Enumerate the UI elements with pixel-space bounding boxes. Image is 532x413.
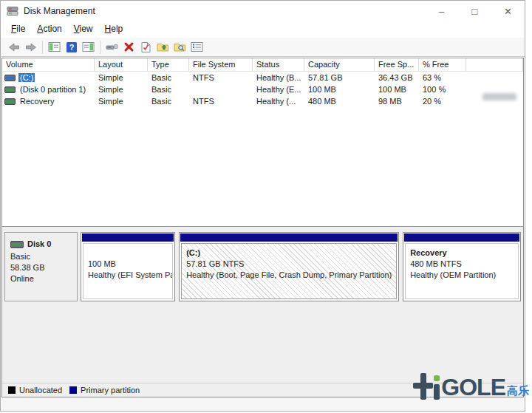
window-title: Disk Management xyxy=(24,6,95,16)
disk-name: Disk 0 xyxy=(27,239,51,250)
help-icon[interactable]: ? xyxy=(63,39,80,55)
toolbar-separator xyxy=(42,41,43,54)
back-icon[interactable] xyxy=(5,39,22,55)
disk-management-app-icon xyxy=(7,6,18,16)
partition-name: Recovery xyxy=(410,248,514,259)
menu-help[interactable]: Help xyxy=(99,22,129,35)
menu-file[interactable]: File xyxy=(5,22,31,35)
table-row[interactable]: (C:) Simple Basic NTFS Healthy (B... 57.… xyxy=(2,72,523,83)
disk-size: 58.38 GB xyxy=(10,262,77,273)
higole-logo-i-mark xyxy=(434,373,440,400)
legend-label: Unallocated xyxy=(19,386,62,395)
cell-type: Basic xyxy=(148,73,189,82)
higole-logo-h-mark xyxy=(413,373,433,400)
volume-list-header: Volume Layout Type File System Status Ca… xyxy=(2,58,523,72)
cell-type: Basic xyxy=(148,85,189,94)
cell-status: Healthy (E... xyxy=(253,85,304,94)
redacted-text xyxy=(482,93,516,100)
column-header-file-system[interactable]: File System xyxy=(189,58,253,72)
partition-block-recovery[interactable]: Recovery 480 MB NTFS Healthy (OEM Partit… xyxy=(403,232,521,301)
partition-status: Healthy (Boot, Page File, Crash Dump, Pr… xyxy=(186,270,392,281)
minimize-button[interactable]: – xyxy=(425,1,458,21)
rescan-disks-icon[interactable] xyxy=(103,39,120,55)
partition-color-bar xyxy=(180,233,398,242)
cell-capacity: 480 MB xyxy=(304,97,375,106)
menu-action[interactable]: Action xyxy=(31,22,67,35)
cell-layout: Simple xyxy=(95,73,148,82)
volume-icon xyxy=(4,86,16,93)
legend-label: Primary partition xyxy=(81,386,140,395)
toolbar-separator xyxy=(100,41,100,54)
column-header-free-space[interactable]: Free Sp... xyxy=(375,58,419,72)
volume-list-pane: Volume Layout Type File System Status Ca… xyxy=(2,58,523,227)
cell-file-system: NTFS xyxy=(189,97,253,106)
disk-management-window: Disk Management – □ ✕ File Action View H… xyxy=(0,0,525,412)
column-header-layout[interactable]: Layout xyxy=(95,58,148,72)
legend-item-primary-partition: Primary partition xyxy=(69,386,140,395)
menu-view[interactable]: View xyxy=(68,22,99,35)
partition-status: Healthy (EFI System Pa xyxy=(88,270,168,281)
open-folder-icon[interactable] xyxy=(154,39,171,55)
cell-layout: Simple xyxy=(95,85,148,94)
disk-type: Basic xyxy=(10,251,77,262)
cell-percent-free: 20 % xyxy=(419,97,466,106)
partition-name: (C:) xyxy=(186,248,392,259)
svg-text:?: ? xyxy=(69,43,74,52)
higole-watermark: GOLE 高乐 xyxy=(413,373,529,400)
partition-size: 480 MB NTFS xyxy=(410,259,514,270)
explore-folder-icon[interactable] xyxy=(171,39,188,55)
cell-free-space: 100 MB xyxy=(375,85,419,94)
column-header-volume[interactable]: Volume xyxy=(2,58,95,72)
partition-color-bar xyxy=(404,233,519,242)
cell-percent-free: 100 % xyxy=(419,85,466,94)
console-tree-icon[interactable] xyxy=(46,39,63,55)
column-header-status[interactable]: Status xyxy=(253,58,304,72)
menu-bar: File Action View Help xyxy=(1,21,525,38)
title-bar[interactable]: Disk Management – □ ✕ xyxy=(1,1,525,21)
unallocated-swatch xyxy=(8,386,16,394)
primary-partition-swatch xyxy=(69,386,77,394)
action-pane-icon[interactable] xyxy=(80,39,97,55)
cell-free-space: 36.43 GB xyxy=(375,73,419,82)
mark-partition-icon[interactable] xyxy=(137,39,154,55)
partition-size: 100 MB xyxy=(88,259,168,270)
volume-name: (Disk 0 partition 1) xyxy=(18,85,87,94)
partition-color-bar xyxy=(82,233,174,242)
disk-row: Disk 0 Basic 58.38 GB Online 100 MB Heal… xyxy=(4,232,521,301)
cell-capacity: 100 MB xyxy=(304,85,375,94)
cell-percent-free: 63 % xyxy=(419,73,466,82)
higole-logo-chinese: 高乐 xyxy=(507,384,529,398)
partition-size: 57.81 GB NTFS xyxy=(186,259,392,270)
graphical-view-pane: Disk 0 Basic 58.38 GB Online 100 MB Heal… xyxy=(2,227,523,397)
column-header-type[interactable]: Type xyxy=(148,58,189,72)
disk-label-panel[interactable]: Disk 0 Basic 58.38 GB Online xyxy=(4,232,78,301)
cell-type: Basic xyxy=(148,97,189,106)
properties-icon[interactable] xyxy=(188,39,205,55)
table-row[interactable]: (Disk 0 partition 1) Simple Basic Health… xyxy=(2,83,523,95)
disk-icon xyxy=(10,241,24,248)
toolbar: ? xyxy=(1,38,525,57)
partition-block-efi[interactable]: 100 MB Healthy (EFI System Pa xyxy=(81,232,175,301)
partition-block-c[interactable]: (C:) 57.81 GB NTFS Healthy (Boot, Page F… xyxy=(179,232,399,301)
cell-file-system: NTFS xyxy=(189,73,253,82)
higole-logo-text: GOLE xyxy=(441,375,505,400)
partition-status: Healthy (OEM Partition) xyxy=(410,270,514,281)
legend-item-unallocated: Unallocated xyxy=(8,386,62,395)
delete-volume-icon[interactable] xyxy=(120,39,137,55)
cell-layout: Simple xyxy=(95,97,148,106)
disk-status: Online xyxy=(10,273,77,284)
column-header-empty[interactable] xyxy=(466,58,523,72)
volume-icon xyxy=(4,98,16,105)
column-header-percent-free[interactable]: % Free xyxy=(419,58,466,72)
close-button[interactable]: ✕ xyxy=(491,1,525,21)
cell-free-space: 98 MB xyxy=(375,97,419,106)
volume-name: Recovery xyxy=(18,97,55,106)
cell-capacity: 57.81 GB xyxy=(304,73,375,82)
cell-status: Healthy (B... xyxy=(253,73,304,82)
column-header-capacity[interactable]: Capacity xyxy=(304,58,375,72)
table-row[interactable]: Recovery Simple Basic NTFS Healthy (... … xyxy=(2,95,523,107)
volume-name: (C:) xyxy=(18,73,35,82)
volume-icon xyxy=(4,75,16,81)
maximize-button[interactable]: □ xyxy=(458,1,491,21)
forward-icon[interactable] xyxy=(22,39,39,55)
